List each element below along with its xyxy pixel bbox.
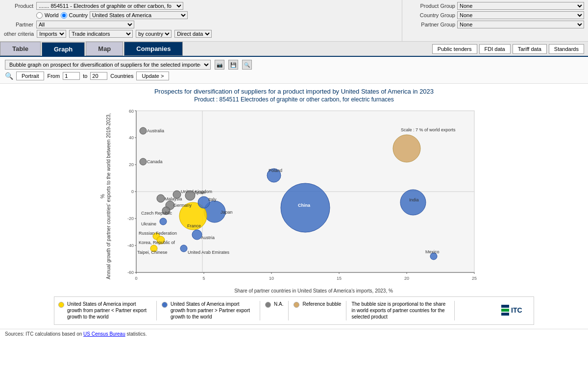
country-group-select[interactable]: None <box>457 11 584 19</box>
tab-companies[interactable]: Companies <box>124 42 183 56</box>
svg-text:France: France <box>187 223 201 228</box>
svg-text:Italy: Italy <box>208 197 217 202</box>
tariff-data-button[interactable]: Tariff data <box>513 44 547 54</box>
public-tenders-button[interactable]: Public tenders <box>432 44 477 54</box>
country-radio[interactable] <box>61 12 67 19</box>
svg-text:15: 15 <box>337 276 342 281</box>
svg-text:40: 40 <box>129 135 134 140</box>
export-icon1[interactable]: 📷 <box>215 60 224 70</box>
svg-text:Spain: Spain <box>194 190 205 195</box>
to-label: to <box>83 73 87 79</box>
export-icon3[interactable]: 🔍 <box>242 60 252 70</box>
svg-text:20: 20 <box>404 276 409 281</box>
country-radio-label: Country <box>69 12 88 18</box>
tab-graph[interactable]: Graph <box>42 42 85 56</box>
portrait-button[interactable]: Portrait <box>16 72 44 80</box>
partner-group-select[interactable]: None <box>457 21 584 28</box>
world-radio[interactable] <box>36 12 43 19</box>
svg-text:China: China <box>298 203 311 208</box>
legend-size-info: The bubble size is proportional to the s… <box>351 301 449 320</box>
svg-text:-20: -20 <box>127 216 134 221</box>
svg-text:Canada: Canada <box>147 159 163 164</box>
malaysia-bubble <box>157 195 165 202</box>
china-bubble <box>281 183 330 232</box>
svg-text:Ukraine: Ukraine <box>141 221 156 226</box>
direct-data-select[interactable]: Direct data <box>174 30 212 38</box>
source-link[interactable]: US Census Bureau <box>83 331 125 337</box>
svg-text:United Arab Emirates: United Arab Emirates <box>188 250 230 255</box>
legend-reference: Reference bubble <box>294 301 341 308</box>
bubble-chart: 60 40 20 0 -20 -40 -60 0 5 10 15 20 <box>112 106 484 287</box>
fdi-data-button[interactable]: FDI data <box>479 44 511 54</box>
canada-bubble <box>140 158 147 165</box>
svg-text:Taipei, Chinese: Taipei, Chinese <box>137 250 168 255</box>
country-group-label: Country Group <box>406 12 455 18</box>
product-select[interactable]: ....... 854511 - Electrodes of graphite … <box>36 2 183 10</box>
trade-indicator-select[interactable]: Trade indicators <box>69 30 133 38</box>
other-criteria-label: other criteria <box>4 31 34 37</box>
svg-text:India: India <box>409 197 419 202</box>
from-label: From <box>47 73 60 79</box>
svg-rect-52 <box>501 305 509 308</box>
update-button[interactable]: Update > <box>136 72 169 80</box>
countries-label: Countries <box>110 73 133 79</box>
svg-text:Australia: Australia <box>147 128 164 133</box>
source-bar: Sources: ITC calculations based on US Ce… <box>0 329 588 339</box>
svg-rect-53 <box>501 309 509 312</box>
export-icon2[interactable]: 💾 <box>228 60 238 70</box>
graph-type-select[interactable]: Bubble graph on prospect for diversifica… <box>5 60 211 70</box>
svg-text:Japan: Japan <box>220 210 233 215</box>
spain-bubble <box>185 191 195 200</box>
svg-text:ITC: ITC <box>511 306 522 314</box>
svg-text:60: 60 <box>129 109 134 114</box>
partner-label: Partner <box>4 22 33 27</box>
svg-text:Poland: Poland <box>269 168 282 173</box>
x-axis-label: Share of partner countries in United Sta… <box>44 288 583 294</box>
graph-controls: Bubble graph on prospect for diversifica… <box>0 57 588 84</box>
by-country-select[interactable]: by country <box>136 30 172 38</box>
partner-select[interactable]: All <box>36 21 134 28</box>
tab-bar: Table Graph Map Companies Public tenders… <box>0 42 588 57</box>
svg-text:20: 20 <box>129 162 134 167</box>
from-input[interactable] <box>63 72 80 80</box>
svg-text:Korea, Republic of: Korea, Republic of <box>139 240 175 245</box>
legend-yellow: United States of America import growth f… <box>58 301 151 320</box>
svg-text:Scale : 7 % of world exports: Scale : 7 % of world exports <box>401 127 456 132</box>
product-group-select[interactable]: None <box>457 2 584 10</box>
chart-subtitle: Product : 854511 Electrodes of graphite … <box>5 96 583 103</box>
svg-text:Russian Federation: Russian Federation <box>139 231 177 236</box>
country-select[interactable]: United States of America <box>90 11 188 19</box>
zoom-icon[interactable]: 🔍 <box>5 72 13 80</box>
svg-text:5: 5 <box>202 276 205 281</box>
legend-na: N.A. <box>265 301 283 308</box>
tab-table[interactable]: Table <box>0 42 41 56</box>
svg-text:10: 10 <box>269 276 274 281</box>
standards-button[interactable]: Standards <box>549 44 584 54</box>
partner-group-label: Partner Group <box>406 22 455 27</box>
ukraine-bubble <box>160 218 167 225</box>
uae-bubble <box>180 245 187 252</box>
svg-text:25: 25 <box>472 276 477 281</box>
svg-text:Germany: Germany <box>173 203 192 208</box>
svg-text:Mexico: Mexico <box>425 249 440 254</box>
india-bubble <box>400 190 426 215</box>
tab-map[interactable]: Map <box>86 42 123 56</box>
to-input[interactable] <box>90 72 107 80</box>
uk-bubble <box>173 191 181 198</box>
svg-rect-54 <box>501 313 509 316</box>
criteria-select[interactable]: Imports Exports <box>37 30 66 38</box>
austria-bubble <box>192 230 202 240</box>
svg-text:Czech Republic: Czech Republic <box>141 211 172 216</box>
reference-bubble <box>393 135 420 162</box>
svg-text:0: 0 <box>131 189 134 194</box>
australia-bubble <box>140 127 147 134</box>
y-axis-label: Annual growth of partner countries' expo… <box>104 111 112 282</box>
itc-logo: ITC <box>500 301 530 320</box>
svg-text:0: 0 <box>135 276 137 281</box>
world-radio-label: World <box>45 12 59 18</box>
svg-text:-40: -40 <box>127 243 134 248</box>
legend-blue: United States of America import growth f… <box>162 301 255 320</box>
svg-text:-60: -60 <box>127 270 134 275</box>
svg-text:Austria: Austria <box>201 235 215 240</box>
product-label: Product <box>4 3 33 9</box>
